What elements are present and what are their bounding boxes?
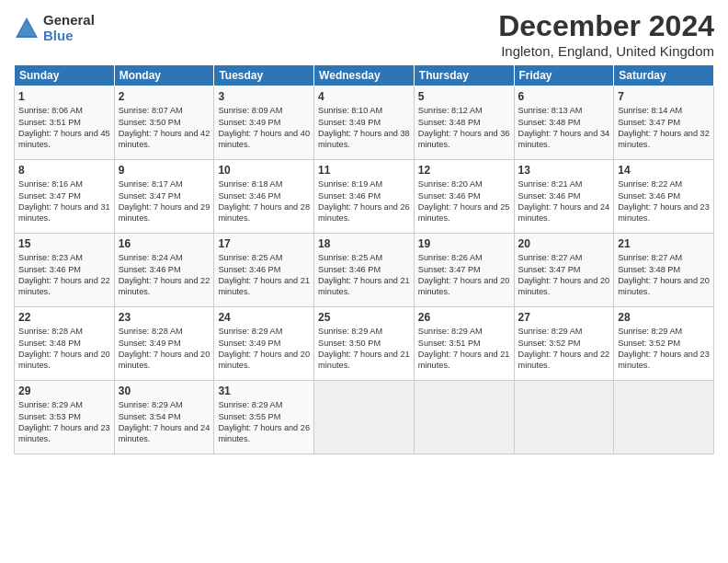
sunrise-text: Sunrise: 8:10 AM — [318, 106, 382, 115]
sunset-text: Sunset: 3:47 PM — [18, 191, 81, 201]
sunrise-text: Sunrise: 8:29 AM — [318, 327, 382, 336]
calendar-cell: 24Sunrise: 8:29 AMSunset: 3:49 PMDayligh… — [214, 307, 314, 381]
sunrise-text: Sunrise: 8:28 AM — [119, 327, 183, 336]
calendar-cell: 13Sunrise: 8:21 AMSunset: 3:46 PMDayligh… — [514, 160, 614, 234]
calendar-cell: 2Sunrise: 8:07 AMSunset: 3:50 PMDaylight… — [114, 86, 214, 160]
sunset-text: Sunset: 3:47 PM — [418, 265, 481, 274]
sunrise-text: Sunrise: 8:14 AM — [618, 106, 682, 115]
daylight-text: Daylight: 7 hours and 22 minutes. — [518, 350, 610, 370]
day-number: 31 — [218, 384, 310, 398]
sunrise-text: Sunrise: 8:29 AM — [18, 400, 83, 409]
header-friday: Friday — [514, 65, 614, 86]
sunset-text: Sunset: 3:48 PM — [618, 265, 680, 274]
sunrise-text: Sunrise: 8:23 AM — [18, 253, 83, 262]
sunrise-text: Sunrise: 8:20 AM — [418, 179, 483, 189]
calendar-cell: 15Sunrise: 8:23 AMSunset: 3:46 PMDayligh… — [15, 234, 115, 307]
sunrise-text: Sunrise: 8:21 AM — [518, 179, 583, 189]
sunrise-text: Sunrise: 8:07 AM — [119, 106, 183, 115]
sunrise-text: Sunrise: 8:28 AM — [18, 327, 83, 336]
header-monday: Monday — [114, 65, 214, 86]
sunset-text: Sunset: 3:49 PM — [218, 118, 280, 127]
sunset-text: Sunset: 3:47 PM — [518, 265, 581, 274]
daylight-text: Daylight: 7 hours and 28 minutes. — [218, 202, 310, 223]
sunrise-text: Sunrise: 8:06 AM — [18, 106, 83, 115]
sunset-text: Sunset: 3:50 PM — [318, 339, 381, 348]
day-number: 25 — [318, 310, 410, 325]
sunset-text: Sunset: 3:46 PM — [218, 265, 280, 274]
daylight-text: Daylight: 7 hours and 45 minutes. — [18, 129, 110, 149]
day-number: 2 — [119, 89, 210, 104]
sunrise-text: Sunrise: 8:09 AM — [218, 106, 282, 115]
header-thursday: Thursday — [414, 65, 514, 86]
sunrise-text: Sunrise: 8:12 AM — [418, 106, 483, 115]
calendar-header-row: SundayMondayTuesdayWednesdayThursdayFrid… — [15, 65, 714, 86]
sunset-text: Sunset: 3:49 PM — [218, 339, 280, 348]
logo-text: General Blue — [43, 13, 95, 43]
sunset-text: Sunset: 3:46 PM — [618, 191, 680, 201]
calendar-cell: 20Sunrise: 8:27 AMSunset: 3:47 PMDayligh… — [514, 234, 614, 307]
sunset-text: Sunset: 3:46 PM — [518, 191, 581, 201]
calendar-cell — [414, 381, 514, 454]
sunset-text: Sunset: 3:46 PM — [418, 191, 481, 201]
daylight-text: Daylight: 7 hours and 36 minutes. — [418, 129, 510, 149]
daylight-text: Daylight: 7 hours and 21 minutes. — [318, 276, 410, 296]
sunset-text: Sunset: 3:46 PM — [318, 265, 381, 274]
calendar-cell: 28Sunrise: 8:29 AMSunset: 3:52 PMDayligh… — [614, 307, 714, 381]
sunrise-text: Sunrise: 8:22 AM — [618, 179, 682, 189]
daylight-text: Daylight: 7 hours and 26 minutes. — [318, 202, 410, 223]
header-saturday: Saturday — [614, 65, 714, 86]
daylight-text: Daylight: 7 hours and 20 minutes. — [418, 276, 510, 296]
sunrise-text: Sunrise: 8:16 AM — [18, 179, 83, 189]
header-wednesday: Wednesday — [314, 65, 415, 86]
sunset-text: Sunset: 3:50 PM — [119, 118, 181, 127]
calendar-cell: 17Sunrise: 8:25 AMSunset: 3:46 PMDayligh… — [214, 234, 314, 307]
week-row: 15Sunrise: 8:23 AMSunset: 3:46 PMDayligh… — [15, 234, 714, 307]
calendar-cell: 30Sunrise: 8:29 AMSunset: 3:54 PMDayligh… — [114, 381, 214, 454]
day-number: 14 — [618, 163, 710, 178]
daylight-text: Daylight: 7 hours and 26 minutes. — [218, 423, 310, 443]
sunrise-text: Sunrise: 8:25 AM — [218, 253, 282, 262]
daylight-text: Daylight: 7 hours and 29 minutes. — [119, 202, 210, 223]
sunset-text: Sunset: 3:46 PM — [119, 265, 181, 274]
week-row: 1Sunrise: 8:06 AMSunset: 3:51 PMDaylight… — [15, 86, 714, 160]
daylight-text: Daylight: 7 hours and 20 minutes. — [618, 276, 710, 296]
sunrise-text: Sunrise: 8:17 AM — [119, 179, 183, 189]
sunrise-text: Sunrise: 8:25 AM — [318, 253, 382, 262]
calendar-cell: 14Sunrise: 8:22 AMSunset: 3:46 PMDayligh… — [614, 160, 714, 234]
day-number: 27 — [518, 310, 610, 325]
calendar-cell: 23Sunrise: 8:28 AMSunset: 3:49 PMDayligh… — [114, 307, 214, 381]
sunrise-text: Sunrise: 8:27 AM — [518, 253, 583, 262]
calendar-cell — [614, 381, 714, 454]
calendar-cell: 3Sunrise: 8:09 AMSunset: 3:49 PMDaylight… — [214, 86, 314, 160]
day-number: 24 — [218, 310, 310, 325]
calendar-cell: 9Sunrise: 8:17 AMSunset: 3:47 PMDaylight… — [114, 160, 214, 234]
calendar-cell: 26Sunrise: 8:29 AMSunset: 3:51 PMDayligh… — [414, 307, 514, 381]
sunrise-text: Sunrise: 8:29 AM — [119, 400, 183, 409]
day-number: 22 — [18, 310, 110, 325]
day-number: 26 — [418, 310, 510, 325]
sunset-text: Sunset: 3:52 PM — [518, 339, 581, 348]
daylight-text: Daylight: 7 hours and 20 minutes. — [18, 350, 110, 370]
daylight-text: Daylight: 7 hours and 22 minutes. — [119, 276, 210, 296]
sunrise-text: Sunrise: 8:29 AM — [618, 327, 682, 336]
sunrise-text: Sunrise: 8:24 AM — [119, 253, 183, 262]
day-number: 15 — [18, 236, 110, 251]
calendar-cell — [314, 381, 415, 454]
logo-icon — [14, 16, 40, 41]
calendar-cell: 19Sunrise: 8:26 AMSunset: 3:47 PMDayligh… — [414, 234, 514, 307]
day-number: 5 — [418, 89, 510, 104]
day-number: 17 — [218, 236, 310, 251]
sunset-text: Sunset: 3:52 PM — [618, 339, 680, 348]
daylight-text: Daylight: 7 hours and 40 minutes. — [218, 129, 310, 149]
daylight-text: Daylight: 7 hours and 21 minutes. — [318, 350, 410, 370]
sunset-text: Sunset: 3:51 PM — [418, 339, 481, 348]
day-number: 6 — [518, 89, 610, 104]
calendar-cell: 27Sunrise: 8:29 AMSunset: 3:52 PMDayligh… — [514, 307, 614, 381]
daylight-text: Daylight: 7 hours and 20 minutes. — [119, 350, 210, 370]
sunset-text: Sunset: 3:55 PM — [218, 412, 280, 421]
daylight-text: Daylight: 7 hours and 42 minutes. — [119, 129, 210, 149]
sunset-text: Sunset: 3:49 PM — [318, 118, 381, 127]
sunset-text: Sunset: 3:46 PM — [318, 191, 381, 201]
calendar: SundayMondayTuesdayWednesdayThursdayFrid… — [14, 64, 714, 454]
daylight-text: Daylight: 7 hours and 23 minutes. — [618, 350, 710, 370]
